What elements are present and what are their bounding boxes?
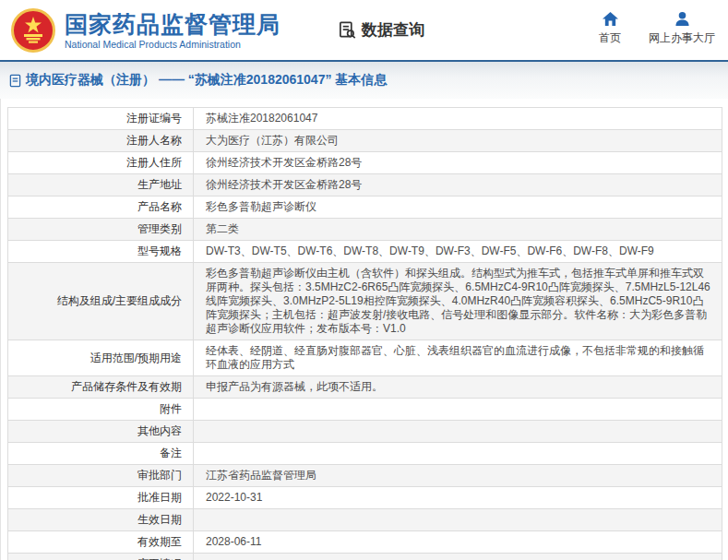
table-row: 结构及组成/主要组成成分彩色多普勒超声诊断仪由主机（含软件）和探头组成。结构型式…	[8, 263, 722, 340]
row-value: 徐州经济技术开发区金桥路28号	[194, 152, 722, 174]
table-row: 注册人住所徐州经济技术开发区金桥路28号	[8, 152, 722, 174]
table-row: 管理类别第二类	[8, 219, 722, 241]
row-value	[194, 509, 722, 531]
row-value: 第二类	[194, 219, 722, 241]
row-value	[194, 421, 722, 443]
row-value: 2028-06-11	[194, 531, 722, 554]
nav-online-hall[interactable]: 网上办事大厅	[649, 11, 715, 46]
table-row: 变更情况	[8, 554, 722, 560]
national-emblem-icon	[11, 8, 55, 53]
brand: 国家药品监督管理局 National Medical Products Admi…	[65, 11, 280, 50]
row-label: 注册证编号	[8, 108, 194, 130]
row-label: 批准日期	[8, 487, 194, 509]
row-value: 苏械注准20182061047	[194, 108, 722, 130]
content-area: 注册证编号苏械注准20182061047注册人名称大为医疗（江苏）有限公司注册人…	[0, 99, 728, 560]
row-label: 有效期至	[8, 531, 194, 554]
row-value: 2022-10-31	[194, 487, 722, 509]
table-row: 型号规格DW-T3、DW-T5、DW-T6、DW-T8、DW-T9、DW-F3、…	[8, 241, 722, 263]
row-label: 生产地址	[8, 174, 194, 197]
row-value: 徐州经济技术开发区金桥路28号	[194, 174, 722, 197]
document-search-icon	[338, 20, 357, 40]
table-row: 审批部门江苏省药品监督管理局	[8, 465, 722, 487]
table-row: 其他内容	[8, 421, 722, 443]
row-value: 经体表、经阴道、经直肠对腹部器官、心脏、浅表组织器官的血流进行成像，不包括非常规…	[194, 340, 722, 376]
person-icon	[674, 11, 691, 27]
table-row: 附件	[8, 399, 722, 421]
data-query-entry[interactable]: 数据查询	[338, 19, 424, 41]
header: 国家药品监督管理局 National Medical Products Admi…	[0, 0, 728, 62]
row-label: 变更情况	[8, 554, 194, 560]
row-label: 产品储存条件及有效期	[8, 376, 194, 399]
row-label: 适用范围/预期用途	[8, 340, 194, 376]
row-label: 备注	[8, 443, 194, 465]
table-row: 备注	[8, 443, 722, 465]
registration-info-table: 注册证编号苏械注准20182061047注册人名称大为医疗（江苏）有限公司注册人…	[7, 107, 722, 560]
breadcrumb-text: 境内医疗器械（注册） —— “苏械注准20182061047” 基本信息	[26, 72, 387, 89]
table-row: 有效期至2028-06-11	[8, 531, 722, 554]
data-query-label: 数据查询	[362, 19, 424, 41]
home-icon	[602, 11, 619, 27]
info-table-body: 注册证编号苏械注准20182061047注册人名称大为医疗（江苏）有限公司注册人…	[8, 108, 722, 560]
breadcrumb-bar: 境内医疗器械（注册） —— “苏械注准20182061047” 基本信息	[0, 62, 728, 99]
row-label: 审批部门	[8, 465, 194, 487]
nav-home-label: 首页	[599, 30, 621, 46]
table-row: 注册人名称大为医疗（江苏）有限公司	[8, 130, 722, 152]
row-label: 产品名称	[8, 197, 194, 219]
nav-home[interactable]: 首页	[599, 11, 621, 46]
row-value: 大为医疗（江苏）有限公司	[194, 130, 722, 152]
breadcrumb: 境内医疗器械（注册） —— “苏械注准20182061047” 基本信息	[9, 72, 387, 89]
table-row: 生产地址徐州经济技术开发区金桥路28号	[8, 174, 722, 197]
row-label: 结构及组成/主要组成成分	[8, 263, 194, 340]
row-label: 附件	[8, 399, 194, 421]
row-label: 管理类别	[8, 219, 194, 241]
nav-online-hall-label: 网上办事大厅	[649, 30, 715, 46]
table-row: 注册证编号苏械注准20182061047	[8, 108, 722, 130]
row-label: 型号规格	[8, 241, 194, 263]
row-value	[194, 399, 722, 421]
row-value: DW-T3、DW-T5、DW-T6、DW-T8、DW-T9、DW-F3、DW-F…	[194, 241, 722, 263]
agency-name-en: National Medical Products Administration	[65, 39, 280, 50]
row-label: 其他内容	[8, 421, 194, 443]
row-value	[194, 554, 722, 560]
row-label: 注册人名称	[8, 130, 194, 152]
row-value: 申报产品为有源器械，此项不适用。	[194, 376, 722, 399]
table-row: 适用范围/预期用途经体表、经阴道、经直肠对腹部器官、心脏、浅表组织器官的血流进行…	[8, 340, 722, 376]
row-value: 江苏省药品监督管理局	[194, 465, 722, 487]
table-row: 产品储存条件及有效期申报产品为有源器械，此项不适用。	[8, 376, 722, 399]
document-icon	[9, 74, 21, 88]
row-value: 彩色多普勒超声诊断仪由主机（含软件）和探头组成。结构型式为推车式，包括推车式单屏…	[194, 263, 722, 340]
table-row: 批准日期2022-10-31	[8, 487, 722, 509]
agency-name-cn: 国家药品监督管理局	[65, 11, 280, 37]
table-row: 产品名称彩色多普勒超声诊断仪	[8, 197, 722, 219]
row-label: 生效日期	[8, 509, 194, 531]
table-row: 生效日期	[8, 509, 722, 531]
row-value: 彩色多普勒超声诊断仪	[194, 197, 722, 219]
row-label: 注册人住所	[8, 152, 194, 174]
row-value	[194, 443, 722, 465]
header-nav: 首页 网上办事大厅	[599, 11, 715, 50]
